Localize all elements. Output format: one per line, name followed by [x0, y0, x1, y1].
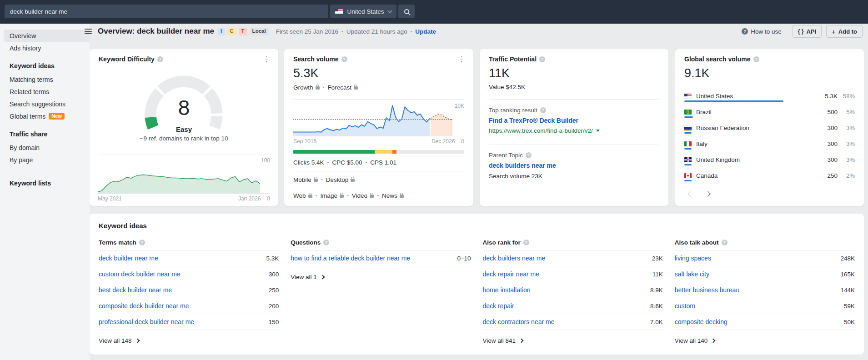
kebab-menu-icon[interactable]: ⋮ [261, 56, 272, 62]
help-icon[interactable] [523, 240, 529, 245]
keyword-link[interactable]: better business bureau [675, 286, 739, 294]
keyword-link[interactable]: salt lake city [675, 270, 709, 278]
keyword-link[interactable]: how to find a reliable deck builder near… [291, 255, 410, 262]
country-volume-bar [684, 148, 692, 150]
update-link[interactable]: Update [415, 28, 436, 35]
link-web[interactable]: Web [293, 192, 306, 199]
search-button[interactable] [398, 5, 415, 18]
meta-first-seen: First seen 25 Jan 2016 [276, 28, 338, 35]
menu-icon[interactable] [85, 29, 92, 34]
gb-flag-icon [684, 157, 692, 162]
sidebar-item-related-terms[interactable]: Related terms [4, 85, 90, 98]
api-button[interactable]: { } API [793, 25, 822, 38]
search-volume-chart: 10K [293, 105, 464, 136]
keyword-link[interactable]: deck builders near me [483, 255, 546, 262]
card-title-row: Global search volume [684, 55, 858, 63]
intent-badge-local[interactable]: Local [250, 28, 269, 35]
divider [293, 187, 464, 187]
axis-zero-label: 0 [267, 195, 270, 202]
link-image[interactable]: Image [320, 192, 337, 199]
sidebar-section-header-keyword-lists: Keyword lists [4, 178, 90, 189]
column-header-label: Also rank for [483, 239, 521, 246]
intent-badge-c[interactable]: C [227, 28, 236, 35]
clicks-distribution-bar [293, 150, 464, 154]
link-forecast[interactable]: Forecast [327, 84, 351, 91]
keyword-link[interactable]: custom [675, 302, 695, 310]
help-icon[interactable] [323, 240, 329, 245]
keyword-link[interactable]: deck repair near me [483, 270, 540, 278]
country-name: Russian Federation [696, 125, 827, 131]
country-volume: 300 [827, 125, 838, 131]
kebab-menu-icon[interactable]: ⋮ [456, 56, 467, 62]
top-ranking-result-url[interactable]: https://www.trex.com/find-a-builder/v2/ [489, 127, 600, 134]
help-icon[interactable] [139, 240, 145, 245]
keyword-row: deck repair8.6K [483, 298, 663, 314]
dot-separator: • [321, 177, 323, 182]
intent-badge-i[interactable]: I [218, 28, 225, 35]
prev-page-button[interactable] [684, 187, 696, 200]
view-all-label: View all 1 [291, 274, 317, 280]
keyword-link[interactable]: deck contractors near me [483, 318, 555, 325]
keyword-link[interactable]: home installation [483, 286, 531, 294]
dot-separator: • [327, 160, 329, 165]
help-icon[interactable] [722, 240, 728, 245]
view-all-link[interactable]: View all 148 [99, 334, 279, 347]
link-news[interactable]: News [382, 192, 397, 199]
column-header-also-talk-about: Also talk about [675, 235, 855, 250]
keyword-link[interactable]: deck builder near me [99, 255, 158, 262]
top-ranking-result-link[interactable]: Find a TrexPro® Deck Builder [489, 117, 578, 124]
link-mobile[interactable]: Mobile [293, 176, 311, 183]
lock-icon [370, 195, 374, 198]
keyword-column-also-rank-for: Also rank fordeck builders near me23Kdec… [483, 235, 663, 347]
keyword-volume: 165K [840, 271, 855, 278]
help-icon[interactable] [157, 56, 163, 62]
sidebar-item-label: Ads history [10, 45, 41, 52]
traffic-potential-value: 11K [489, 66, 510, 80]
parent-topic-label: Parent Topic [489, 152, 532, 159]
keyword-volume: 50K [844, 319, 855, 325]
help-icon[interactable] [526, 152, 532, 158]
sidebar-item-by-domain[interactable]: By domain [4, 141, 90, 154]
how-to-use-label: How to use [751, 28, 782, 35]
keyword-link[interactable]: living spaces [675, 255, 711, 262]
link-video[interactable]: Video [352, 192, 367, 199]
country-row-italy: Italy3003% [684, 136, 855, 152]
next-page-button[interactable] [702, 187, 713, 200]
keyword-link[interactable]: custom deck builder near me [99, 270, 181, 278]
keyword-search-input[interactable] [5, 5, 328, 18]
help-icon[interactable] [341, 56, 347, 62]
ca-flag-icon [684, 173, 692, 178]
keyword-link[interactable]: professional deck builder near me [99, 318, 194, 325]
help-icon[interactable] [753, 56, 759, 62]
country-volume-bar [684, 100, 783, 102]
sidebar-item-overview[interactable]: Overview [4, 30, 90, 42]
intent-badge-t[interactable]: T [239, 28, 247, 35]
sidebar: OverviewAds historyKeyword ideasMatching… [0, 24, 90, 360]
help-icon[interactable] [539, 56, 545, 62]
keyword-link[interactable]: best deck builder near me [99, 286, 172, 294]
link-growth[interactable]: Growth [293, 84, 313, 91]
view-all-link[interactable]: View all 140 [675, 334, 855, 347]
add-to-button[interactable]: + Add to [826, 25, 863, 38]
column-header-label: Terms match [99, 239, 136, 246]
keyword-link[interactable]: composite deck builder near me [99, 302, 189, 310]
growth-forecast-row: Growth•Forecast [293, 83, 464, 92]
sidebar-item-global-terms[interactable]: Global termsNew [4, 110, 90, 122]
sidebar-item-by-page[interactable]: By page [4, 154, 90, 166]
sidebar-item-matching-terms[interactable]: Matching terms [4, 73, 90, 85]
sidebar-item-search-suggestions[interactable]: Search suggestions [4, 98, 90, 110]
how-to-use-link[interactable]: How to use [742, 28, 782, 35]
add-to-button-label: Add to [838, 28, 857, 35]
sidebar-item-ads-history[interactable]: Ads history [4, 42, 90, 54]
country-percent: 3% [838, 156, 855, 163]
link-desktop[interactable]: Desktop [326, 176, 349, 183]
country-selector[interactable]: United States [330, 5, 396, 18]
keyword-link[interactable]: composite decking [675, 318, 728, 325]
view-all-link[interactable]: View all 1 [291, 270, 471, 284]
keyword-link[interactable]: deck repair [483, 302, 514, 310]
view-all-link[interactable]: View all 841 [483, 334, 663, 347]
help-icon[interactable] [540, 107, 546, 113]
difficulty-subtitle: ~9 ref. domains to rank in top 10 [90, 135, 278, 142]
traffic-potential-card: Traffic Potential 11K Value $42.5K Top r… [480, 49, 668, 206]
parent-topic-link[interactable]: deck builders near me [489, 162, 556, 169]
